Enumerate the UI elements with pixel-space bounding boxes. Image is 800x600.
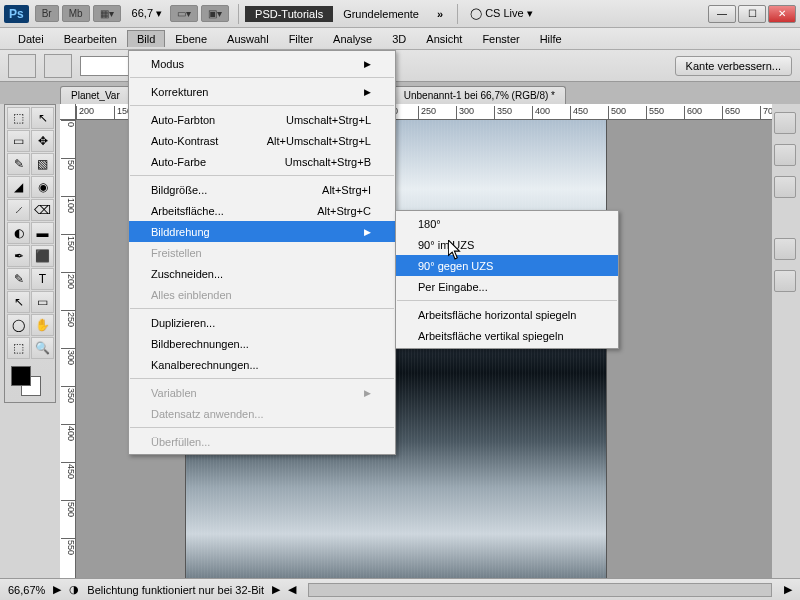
tool-rect[interactable]: ↖ (7, 291, 30, 313)
menuitem-90-gegen-uzs[interactable]: 90° gegen UZS (396, 255, 618, 276)
menuitem-auto-kontrast[interactable]: Auto-KontrastAlt+Umschalt+Strg+L (129, 130, 395, 151)
actions-icon[interactable] (774, 270, 796, 292)
menu-datei[interactable]: Datei (8, 30, 54, 48)
tab-planet[interactable]: Planet_Var (60, 86, 131, 104)
menu-hilfe[interactable]: Hilfe (530, 30, 572, 48)
ruler-corner (60, 104, 76, 120)
color-swatch[interactable] (7, 364, 54, 400)
tool-hand[interactable]: ◯ (7, 314, 30, 336)
menuitem-180-[interactable]: 180° (396, 213, 618, 234)
tool-shape[interactable]: ▭ (31, 291, 54, 313)
right-panel-strip (774, 104, 798, 292)
menu-ebene[interactable]: Ebene (165, 30, 217, 48)
options-bar: B: ⇄ H: Kante verbessern... (0, 50, 800, 82)
title-bar: Ps Br Mb ▦▾ 66,7 ▾ ▭▾ ▣▾ PSD-Tutorials G… (0, 0, 800, 28)
menu-filter[interactable]: Filter (279, 30, 323, 48)
ruler-vertical[interactable]: 050100150200250300350400450500550 (60, 120, 76, 578)
tool-stamp[interactable]: ⟋ (7, 199, 30, 221)
menuitem-datensatz-anwenden-: Datensatz anwenden... (129, 403, 395, 424)
toolbox: ⬚↖▭✥✎▧◢◉⟋⌫◐▬✒⬛✎T↖▭◯✋⬚🔍 (4, 104, 56, 403)
bridge-button[interactable]: Br (35, 5, 59, 22)
tool-type[interactable]: ✎ (7, 268, 30, 290)
menuitem-alles-einblenden: Alles einblenden (129, 284, 395, 305)
menu-bild[interactable]: Bild (127, 30, 165, 47)
menuitem-arbeitsfl-che-horizontal-spiegeln[interactable]: Arbeitsfläche horizontal spiegeln (396, 304, 618, 325)
status-bar: 66,67% ▶ ◑ Belichtung funktioniert nur b… (0, 578, 800, 600)
screen-icon[interactable]: ▣▾ (201, 5, 229, 22)
maximize-button[interactable]: ☐ (738, 5, 766, 23)
tool-dodge[interactable]: ✒ (7, 245, 30, 267)
menu-bild: Modus▶Korrekturen▶Auto-FarbtonUmschalt+S… (128, 50, 396, 455)
status-info: Belichtung funktioniert nur bei 32-Bit (87, 584, 264, 596)
menuitem-arbeitsfl-che-[interactable]: Arbeitsfläche...Alt+Strg+C (129, 200, 395, 221)
tool-brush[interactable]: ◉ (31, 176, 54, 198)
menuitem-per-eingabe-[interactable]: Per Eingabe... (396, 276, 618, 297)
status-zoom[interactable]: 66,67% (8, 584, 45, 596)
menu-fenster[interactable]: Fenster (472, 30, 529, 48)
tool-blur[interactable]: ▬ (31, 222, 54, 244)
menuitem-kanalberechnungen-[interactable]: Kanalberechnungen... (129, 354, 395, 375)
menu-analyse[interactable]: Analyse (323, 30, 382, 48)
menuitem-bilddrehung[interactable]: Bilddrehung▶ (129, 221, 395, 242)
menu-bar: DateiBearbeitenBildEbeneAuswahlFilterAna… (0, 28, 800, 50)
film-icon[interactable]: ▦▾ (93, 5, 121, 22)
menuitem-90-im-uzs[interactable]: 90° im UZS (396, 234, 618, 255)
tool-eyedropper[interactable]: ▧ (31, 153, 54, 175)
tool-pen[interactable]: ⬛ (31, 245, 54, 267)
mb-button[interactable]: Mb (62, 5, 90, 22)
close-button[interactable]: ✕ (768, 5, 796, 23)
tool-marquee[interactable]: ⬚ (7, 107, 30, 129)
tool-quickselect[interactable]: ✥ (31, 130, 54, 152)
refine-edge-button[interactable]: Kante verbessern... (675, 56, 792, 76)
tool-preset[interactable] (8, 54, 36, 78)
workspace-more[interactable]: » (429, 8, 451, 20)
layers-icon[interactable] (774, 112, 796, 134)
menuitem-freistellen: Freistellen (129, 242, 395, 263)
menuitem-arbeitsfl-che-vertikal-spiegeln[interactable]: Arbeitsfläche vertikal spiegeln (396, 325, 618, 346)
view-icon[interactable]: ▭▾ (170, 5, 198, 22)
status-info-icon: ◑ (69, 583, 79, 596)
tool-zoom[interactable]: ⬚ (7, 337, 30, 359)
tool-rotate[interactable]: ✋ (31, 314, 54, 336)
tool-zoom2[interactable]: 🔍 (31, 337, 54, 359)
menuitem-korrekturen[interactable]: Korrekturen▶ (129, 81, 395, 102)
h-scrollbar[interactable] (308, 583, 772, 597)
minimize-button[interactable]: — (708, 5, 736, 23)
channels-icon[interactable] (774, 144, 796, 166)
menu-ansicht[interactable]: Ansicht (416, 30, 472, 48)
zoom-display[interactable]: 66,7 ▾ (124, 7, 170, 20)
menuitem--berf-llen-: Überfüllen... (129, 431, 395, 452)
menu-3d[interactable]: 3D (382, 30, 416, 48)
status-arrow2[interactable]: ▶ (272, 583, 280, 596)
tool-gradient[interactable]: ◐ (7, 222, 30, 244)
tab-unbenannt[interactable]: Unbenannt-1 bei 66,7% (RGB/8) * (393, 86, 566, 104)
menu-auswahl[interactable]: Auswahl (217, 30, 279, 48)
tool-crop[interactable]: ✎ (7, 153, 30, 175)
tool-path[interactable]: T (31, 268, 54, 290)
menuitem-variablen: Variablen▶ (129, 382, 395, 403)
menuitem-duplizieren-[interactable]: Duplizieren... (129, 312, 395, 333)
tool-lasso[interactable]: ▭ (7, 130, 30, 152)
workspace-grundelemente[interactable]: Grundelemente (333, 8, 429, 20)
paths-icon[interactable] (774, 176, 796, 198)
workspace-psd-tutorials[interactable]: PSD-Tutorials (245, 6, 333, 22)
menuitem-bildberechnungen-[interactable]: Bildberechnungen... (129, 333, 395, 354)
tool-heal[interactable]: ◢ (7, 176, 30, 198)
menuitem-modus[interactable]: Modus▶ (129, 53, 395, 74)
menu-bearbeiten[interactable]: Bearbeiten (54, 30, 127, 48)
menuitem-bildgr-e-[interactable]: Bildgröße...Alt+Strg+I (129, 179, 395, 200)
submenu-bilddrehung: 180°90° im UZS90° gegen UZSPer Eingabe..… (395, 210, 619, 349)
menuitem-zuschneiden-[interactable]: Zuschneiden... (129, 263, 395, 284)
history-icon[interactable] (774, 238, 796, 260)
menuitem-auto-farbe[interactable]: Auto-FarbeUmschalt+Strg+B (129, 151, 395, 172)
tool-move[interactable]: ↖ (31, 107, 54, 129)
document-tabs: Planet_Var Unbenannt-1 bei 66,7% (RGB/8)… (0, 82, 800, 104)
tool-eraser[interactable]: ⌫ (31, 199, 54, 221)
cs-live[interactable]: ◯ CS Live ▾ (464, 7, 539, 20)
menuitem-auto-farbton[interactable]: Auto-FarbtonUmschalt+Strg+L (129, 109, 395, 130)
selection-mode[interactable] (44, 54, 72, 78)
ps-logo: Ps (4, 5, 29, 23)
status-arrow[interactable]: ▶ (53, 583, 61, 596)
